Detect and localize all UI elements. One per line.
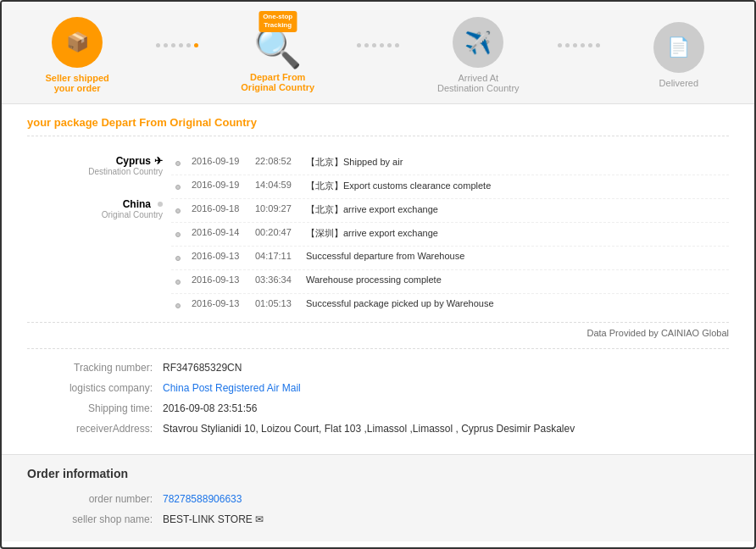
tracking-number-value: RF347685329CN bbox=[163, 362, 729, 374]
step-arrived-label: Arrived At Destination Country bbox=[436, 73, 520, 93]
shipping-time-label: Shipping time: bbox=[27, 402, 163, 414]
order-info-section: Order information order number: 78278588… bbox=[2, 454, 754, 541]
event-time: 04:17:11 bbox=[255, 251, 306, 261]
dot bbox=[164, 43, 168, 47]
event-row: 2016-09-14 00:20:47 【深圳】arrive export ex… bbox=[171, 223, 729, 247]
tracking-area: Cyprus ✈ Destination Country China Origi… bbox=[27, 147, 729, 322]
logistics-label: logistics company: bbox=[27, 382, 163, 394]
receiver-label: receiverAddress: bbox=[27, 423, 163, 435]
event-description: Warehouse processing complete bbox=[306, 274, 729, 285]
step-delivered: 📄 Delivered bbox=[629, 22, 729, 88]
event-date: 2016-09-13 bbox=[192, 251, 255, 261]
one-stop-badge: One-stopTracking bbox=[258, 11, 297, 32]
bullet-dot bbox=[175, 185, 181, 190]
event-date: 2016-09-13 bbox=[192, 274, 255, 285]
logistics-value[interactable]: China Post Registered Air Mail bbox=[163, 382, 729, 394]
tracking-events: 2016-09-19 22:08:52 【北京】Shipped by air 2… bbox=[171, 152, 729, 317]
tracking-number-label: Tracking number: bbox=[27, 362, 163, 374]
step-seller-shipped-icon: 📦 bbox=[52, 17, 103, 68]
order-info-title: Order information bbox=[27, 467, 729, 480]
event-date: 2016-09-14 bbox=[192, 227, 255, 237]
event-bullet bbox=[171, 157, 185, 170]
step-delivered-label: Delivered bbox=[659, 78, 698, 88]
event-time: 22:08:52 bbox=[255, 156, 306, 166]
event-bullet bbox=[171, 228, 185, 241]
plane-icon: ✈ bbox=[154, 155, 163, 167]
dot bbox=[171, 43, 175, 47]
step-depart-label: Depart From Original Country bbox=[236, 72, 320, 92]
origin-country: China bbox=[27, 198, 163, 210]
country-info-col: Cyprus ✈ Destination Country China Origi… bbox=[27, 152, 171, 317]
connector-3 bbox=[528, 43, 628, 68]
main-window: 📦 Seller shipped your order One-stopTrac… bbox=[0, 0, 756, 549]
destination-info: Cyprus ✈ Destination Country bbox=[27, 152, 163, 176]
cainiao-note: Data Provided by CAINIAO Global bbox=[27, 322, 729, 341]
dot bbox=[596, 43, 600, 47]
order-number-value[interactable]: 78278588906633 bbox=[163, 493, 729, 505]
origin-dot bbox=[158, 202, 163, 207]
package-status-text: Depart From Original Country bbox=[101, 116, 256, 129]
event-time: 14:04:59 bbox=[255, 180, 306, 190]
dot bbox=[387, 43, 392, 47]
destination-country: Cyprus ✈ bbox=[27, 155, 163, 167]
bullet-dot bbox=[175, 208, 181, 214]
tracking-info-section: Tracking number: RF347685329CN logistics… bbox=[27, 348, 729, 439]
order-number-label: order number: bbox=[27, 493, 163, 505]
step-seller-shipped-label: Seller shipped your order bbox=[35, 73, 120, 93]
event-description: 【北京】Shipped by air bbox=[306, 156, 729, 169]
progress-bar: 📦 Seller shipped your order One-stopTrac… bbox=[2, 2, 754, 104]
step-depart-original: One-stopTracking 🔍 Depart From Original … bbox=[228, 18, 328, 92]
dot bbox=[588, 43, 592, 47]
event-bullet bbox=[171, 299, 185, 313]
origin-info: China Original Country bbox=[27, 198, 163, 219]
dot-active bbox=[194, 43, 198, 47]
main-content: your package Depart From Original Countr… bbox=[2, 104, 754, 451]
dot bbox=[573, 43, 577, 47]
seller-shop-label: seller shop name: bbox=[27, 513, 163, 525]
bullet-dot bbox=[175, 303, 181, 308]
package-status-line: your package Depart From Original Countr… bbox=[27, 116, 729, 136]
event-date: 2016-09-19 bbox=[192, 156, 255, 166]
dot bbox=[581, 43, 585, 47]
seller-shop-value: BEST-LINK STORE ✉ bbox=[163, 513, 729, 525]
event-description: 【深圳】arrive export exchange bbox=[306, 227, 729, 240]
event-row: 2016-09-18 10:09:27 【北京】arrive export ex… bbox=[171, 199, 729, 223]
dot bbox=[186, 43, 191, 47]
event-date: 2016-09-13 bbox=[192, 298, 255, 308]
event-bullet bbox=[171, 275, 185, 289]
event-time: 10:09:27 bbox=[255, 203, 306, 214]
event-row: 2016-09-13 01:05:13 Successful package p… bbox=[171, 294, 729, 317]
package-prefix: your package bbox=[27, 116, 98, 129]
bullet-dot bbox=[175, 161, 181, 166]
dot bbox=[357, 43, 361, 47]
dot bbox=[380, 43, 384, 47]
step-arrived-destination: ✈️ Arrived At Destination Country bbox=[428, 17, 528, 93]
dot bbox=[156, 43, 160, 47]
step-depart-icon-wrap: One-stopTracking 🔍 bbox=[253, 18, 302, 70]
dot bbox=[395, 43, 399, 47]
tracking-number-row: Tracking number: RF347685329CN bbox=[27, 358, 729, 378]
dot bbox=[364, 43, 369, 47]
bullet-dot bbox=[175, 280, 181, 285]
order-number-row: order number: 78278588906633 bbox=[27, 489, 729, 509]
event-row: 2016-09-13 04:17:11 Successful departure… bbox=[171, 247, 729, 270]
event-time: 00:20:47 bbox=[255, 227, 306, 237]
connector-1 bbox=[127, 43, 227, 68]
destination-label: Destination Country bbox=[27, 167, 163, 176]
origin-label: Original Country bbox=[27, 210, 163, 219]
event-bullet bbox=[171, 252, 185, 265]
step-seller-shipped: 📦 Seller shipped your order bbox=[27, 17, 127, 93]
bullet-dot bbox=[175, 232, 181, 237]
dot bbox=[372, 43, 376, 47]
bullet-dot bbox=[175, 256, 181, 261]
connector-2 bbox=[328, 43, 428, 68]
receiver-row: receiverAddress: Stavrou Stylianidi 10, … bbox=[27, 419, 729, 439]
shipping-time-row: Shipping time: 2016-09-08 23:51:56 bbox=[27, 398, 729, 419]
logistics-row: logistics company: China Post Registered… bbox=[27, 378, 729, 398]
dot bbox=[558, 43, 562, 47]
event-description: Successful departure from Warehouse bbox=[306, 251, 729, 261]
dot bbox=[565, 43, 570, 47]
step-delivered-icon: 📄 bbox=[653, 22, 704, 73]
receiver-value: Stavrou Stylianidi 10, Loizou Court, Fla… bbox=[163, 423, 729, 435]
dot bbox=[179, 43, 183, 47]
